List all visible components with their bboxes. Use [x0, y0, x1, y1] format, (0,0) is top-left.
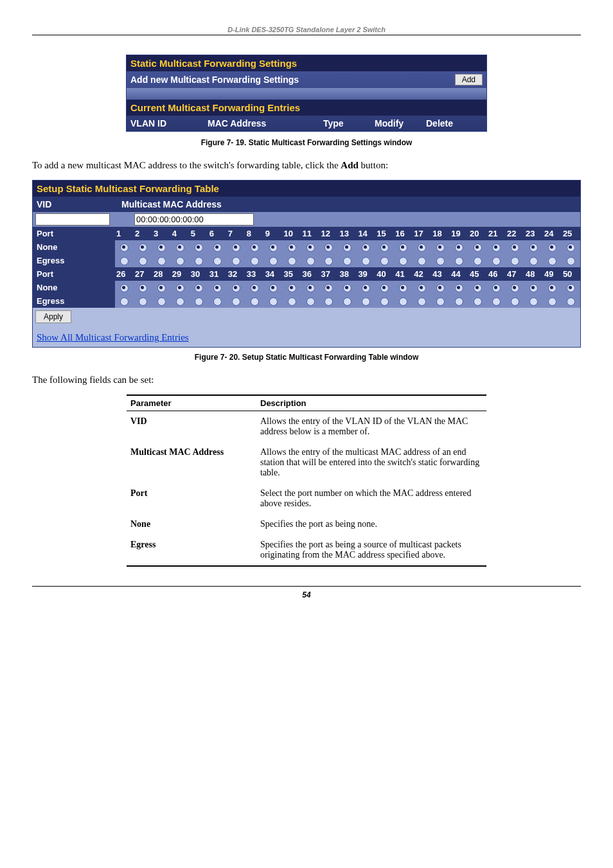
add-button[interactable]: Add [455, 74, 483, 85]
egress-radio[interactable] [529, 257, 538, 265]
none-radio[interactable] [436, 284, 445, 292]
egress-radio[interactable] [176, 297, 184, 306]
none-radio[interactable] [362, 284, 370, 292]
egress-radio[interactable] [492, 297, 501, 306]
egress-radio[interactable] [529, 297, 538, 306]
none-radio[interactable] [251, 244, 259, 252]
egress-radio[interactable] [455, 257, 463, 265]
egress-radio[interactable] [511, 257, 519, 265]
none-radio[interactable] [474, 244, 482, 252]
none-radio[interactable] [380, 284, 389, 292]
none-radio[interactable] [232, 284, 240, 292]
none-radio[interactable] [195, 284, 203, 292]
none-radio[interactable] [213, 284, 222, 292]
none-radio[interactable] [288, 284, 296, 292]
none-radio[interactable] [343, 244, 351, 252]
egress-radio[interactable] [362, 297, 370, 306]
egress-radio[interactable] [324, 297, 333, 306]
egress-radio[interactable] [306, 297, 315, 306]
egress-radio[interactable] [251, 257, 259, 265]
none-radio[interactable] [548, 284, 556, 292]
egress-radio[interactable] [343, 297, 351, 306]
egress-radio[interactable] [343, 257, 351, 265]
egress-radio[interactable] [120, 257, 129, 265]
none-radio[interactable] [399, 244, 407, 252]
show-all-entries-link[interactable]: Show All Multicast Forwarding Entries [37, 332, 189, 342]
apply-button[interactable]: Apply [35, 310, 71, 323]
egress-radio[interactable] [399, 257, 407, 265]
egress-radio[interactable] [251, 297, 259, 306]
none-radio[interactable] [324, 244, 333, 252]
none-radio[interactable] [213, 244, 222, 252]
egress-radio[interactable] [418, 257, 426, 265]
egress-radio[interactable] [324, 257, 333, 265]
egress-radio[interactable] [157, 257, 166, 265]
none-radio[interactable] [567, 284, 575, 292]
none-radio[interactable] [511, 284, 519, 292]
egress-radio[interactable] [157, 297, 166, 306]
egress-radio[interactable] [362, 257, 370, 265]
egress-radio[interactable] [548, 297, 556, 306]
none-radio[interactable] [324, 284, 333, 292]
egress-radio[interactable] [139, 257, 147, 265]
none-radio[interactable] [343, 284, 351, 292]
egress-radio[interactable] [567, 297, 575, 306]
egress-radio[interactable] [139, 297, 147, 306]
none-radio[interactable] [418, 244, 426, 252]
egress-radio[interactable] [232, 297, 240, 306]
none-radio[interactable] [176, 284, 184, 292]
egress-radio[interactable] [380, 297, 389, 306]
none-radio[interactable] [176, 244, 184, 252]
none-radio[interactable] [567, 244, 575, 252]
none-radio[interactable] [474, 284, 482, 292]
egress-radio[interactable] [511, 297, 519, 306]
none-radio[interactable] [306, 284, 315, 292]
egress-radio[interactable] [120, 297, 129, 306]
none-radio[interactable] [492, 284, 501, 292]
egress-radio[interactable] [380, 257, 389, 265]
egress-radio[interactable] [436, 257, 445, 265]
egress-radio[interactable] [567, 257, 575, 265]
egress-radio[interactable] [474, 257, 482, 265]
egress-radio[interactable] [455, 297, 463, 306]
mac-input[interactable] [134, 213, 254, 226]
none-radio[interactable] [269, 244, 278, 252]
egress-radio[interactable] [492, 257, 501, 265]
none-radio[interactable] [139, 284, 147, 292]
none-radio[interactable] [157, 284, 166, 292]
none-radio[interactable] [511, 244, 519, 252]
none-radio[interactable] [120, 284, 129, 292]
none-radio[interactable] [288, 244, 296, 252]
none-radio[interactable] [548, 244, 556, 252]
none-radio[interactable] [120, 244, 129, 252]
none-radio[interactable] [529, 244, 538, 252]
egress-radio[interactable] [195, 297, 203, 306]
egress-radio[interactable] [269, 257, 278, 265]
egress-radio[interactable] [195, 257, 203, 265]
none-radio[interactable] [157, 244, 166, 252]
none-radio[interactable] [492, 244, 501, 252]
egress-radio[interactable] [306, 257, 315, 265]
egress-radio[interactable] [436, 297, 445, 306]
none-radio[interactable] [436, 244, 445, 252]
none-radio[interactable] [195, 244, 203, 252]
none-radio[interactable] [139, 244, 147, 252]
none-radio[interactable] [232, 244, 240, 252]
none-radio[interactable] [455, 284, 463, 292]
egress-radio[interactable] [176, 257, 184, 265]
egress-radio[interactable] [213, 297, 222, 306]
none-radio[interactable] [380, 244, 389, 252]
egress-radio[interactable] [418, 297, 426, 306]
none-radio[interactable] [251, 284, 259, 292]
egress-radio[interactable] [232, 257, 240, 265]
none-radio[interactable] [529, 284, 538, 292]
egress-radio[interactable] [474, 297, 482, 306]
vid-input[interactable] [35, 213, 110, 226]
none-radio[interactable] [362, 244, 370, 252]
egress-radio[interactable] [548, 257, 556, 265]
none-radio[interactable] [455, 244, 463, 252]
egress-radio[interactable] [399, 297, 407, 306]
none-radio[interactable] [269, 284, 278, 292]
none-radio[interactable] [418, 284, 426, 292]
egress-radio[interactable] [269, 297, 278, 306]
